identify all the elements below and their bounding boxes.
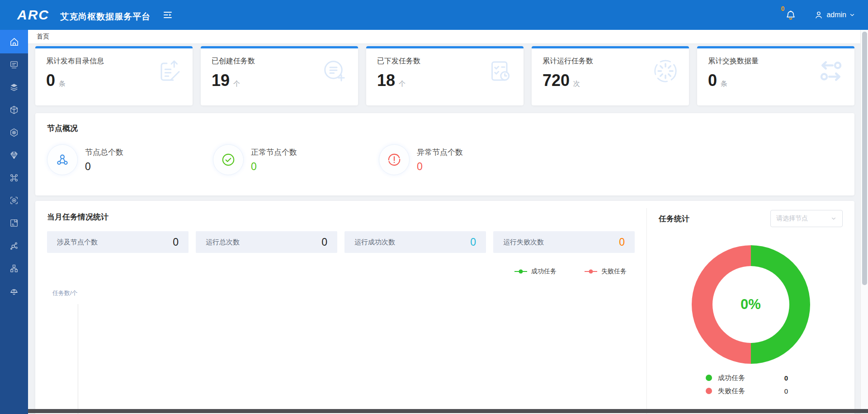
sidebar-item-assets[interactable] [0, 144, 28, 167]
monthly-stats-row: 涉及节点个数 0 运行总次数 0 运行成功次数 0 运行失败次数 0 [47, 231, 635, 253]
monthly-stat-total-runs: 运行总次数 0 [196, 231, 337, 253]
node-normal-stat: 正常节点个数 0 [213, 144, 379, 175]
task-stats-title: 任务统计 [659, 214, 689, 224]
node-overview-title: 节点概况 [47, 123, 843, 133]
node-error-stat: 异常节点个数 0 [379, 144, 545, 175]
task-running-icon [652, 57, 679, 85]
app-title: 艾克尚枢数据服务平台 [60, 12, 151, 21]
donut-legend: 成功任务 0 失败任务 0 [706, 372, 788, 397]
sidebar-item-catalog[interactable] [0, 53, 28, 76]
donut-percentage: 0% [741, 296, 761, 313]
donut-legend-failed[interactable]: 失败任务 0 [706, 385, 788, 397]
service-bell-icon [9, 286, 19, 296]
dashboard-content: 累计发布目录信息 0 条 已创建任务数 19 [28, 43, 860, 414]
node-total-icon [47, 144, 78, 175]
app-header: ARC 艾克尚枢数据服务平台 0 admin [0, 0, 868, 30]
stat-card-unit: 个 [233, 80, 240, 88]
red-dot-icon [706, 388, 712, 394]
stat-card-runs: 累计运行任务数 720 次 [532, 46, 689, 105]
notification-bell[interactable]: 0 [785, 9, 797, 21]
sidebar-item-cube[interactable] [0, 99, 28, 121]
legend-line-dot-red [585, 269, 597, 274]
header-actions: 0 admin [785, 9, 855, 21]
stat-card-value: 19 [212, 71, 230, 90]
breadcrumb: 首页 [28, 30, 860, 43]
node-select-dropdown[interactable]: 请选择节点 [770, 210, 843, 227]
stat-cards-row: 累计发布目录信息 0 条 已创建任务数 19 [35, 46, 854, 105]
data-exchange-icon [817, 57, 844, 85]
stat-card-exchange: 累计交换数据量 0 条 [697, 46, 854, 105]
home-icon [9, 37, 19, 47]
node-error-icon [379, 144, 410, 175]
legend-line-dot-green [514, 269, 527, 274]
main-area: 首页 累计发布目录信息 0 条 [28, 30, 860, 414]
sidebar-item-scheduler[interactable] [0, 167, 28, 189]
breadcrumb-home[interactable]: 首页 [37, 33, 49, 41]
task-created-icon [321, 57, 348, 85]
green-dot-icon [706, 375, 712, 381]
scrollbar-thumb[interactable] [862, 32, 867, 285]
sidebar-item-orgchart[interactable] [0, 257, 28, 280]
user-menu[interactable]: admin [814, 10, 855, 20]
notification-badge: 0 [781, 5, 784, 12]
sidebar-item-home[interactable] [0, 30, 28, 53]
donut-hole: 0% [712, 266, 789, 343]
stat-card-created: 已创建任务数 19 个 [201, 46, 358, 105]
node-stat-label: 节点总个数 [85, 147, 123, 157]
sidebar-item-topology[interactable] [0, 234, 28, 257]
sidebar [0, 30, 28, 414]
username: admin [826, 11, 846, 19]
node-stat-value: 0 [417, 161, 463, 173]
stat-card-dispatched: 已下发任务数 18 个 [366, 46, 524, 105]
user-icon [814, 10, 824, 20]
node-overview-panel: 节点概况 节点总个数 0 [35, 113, 854, 195]
y-axis-label: 任务数/个 [47, 289, 635, 297]
stat-card-unit: 条 [721, 80, 727, 88]
molecule-icon [9, 241, 19, 251]
stat-card-value: 0 [46, 71, 55, 90]
monthly-stat-nodes: 涉及节点个数 0 [47, 231, 189, 253]
chevron-down-icon [849, 12, 855, 18]
legend-success-tasks[interactable]: 成功任务 [514, 267, 557, 276]
stat-card-catalog: 累计发布目录信息 0 条 [35, 46, 193, 105]
sidebar-item-engine[interactable] [0, 121, 28, 144]
sitemap-icon [9, 263, 19, 273]
app-logo: ARC 艾克尚枢数据服务平台 [17, 8, 151, 22]
node-total-stat: 节点总个数 0 [47, 144, 213, 175]
monitor-list-icon [9, 60, 19, 70]
stat-card-unit: 个 [399, 80, 406, 88]
sidebar-item-library[interactable] [0, 212, 28, 234]
chevron-down-icon [830, 215, 837, 222]
vertical-scrollbar[interactable] [860, 30, 868, 414]
line-chart-legend: 成功任务 失败任务 [47, 267, 635, 276]
layers-icon [9, 82, 19, 92]
command-icon [9, 173, 19, 183]
node-stat-value: 0 [85, 161, 123, 173]
stat-card-value: 0 [708, 71, 717, 90]
cube-icon [9, 105, 19, 115]
bell-icon [785, 9, 797, 21]
monthly-stat-failed-runs: 运行失败次数 0 [493, 231, 635, 253]
legend-failed-tasks[interactable]: 失败任务 [585, 267, 627, 276]
menu-collapse-icon[interactable] [162, 10, 173, 20]
node-stat-label: 异常节点个数 [417, 147, 463, 157]
bottom-panel: 当月任务情况统计 涉及节点个数 0 运行总次数 0 运行成功次数 0 [35, 201, 854, 414]
task-stats-section: 任务统计 请选择节点 0% [647, 201, 854, 414]
monthly-stat-success-runs: 运行成功次数 0 [344, 231, 486, 253]
monthly-task-section: 当月任务情况统计 涉及节点个数 0 运行总次数 0 运行成功次数 0 [35, 201, 646, 414]
stat-card-value: 18 [377, 71, 395, 90]
node-stats-row: 节点总个数 0 正常节点个数 0 [47, 144, 843, 175]
sidebar-item-alerts[interactable] [0, 280, 28, 302]
node-normal-icon [213, 144, 244, 175]
gear-box-icon [9, 128, 19, 138]
donut-legend-success[interactable]: 成功任务 0 [706, 372, 788, 384]
stat-card-unit: 条 [59, 80, 66, 88]
donut-chart: 0% [692, 245, 810, 364]
target-scan-icon [9, 195, 19, 205]
stat-card-unit: 次 [573, 80, 580, 88]
archive-book-icon [9, 218, 19, 228]
monthly-title: 当月任务情况统计 [47, 212, 635, 222]
sidebar-item-layers[interactable] [0, 76, 28, 99]
sidebar-item-monitor[interactable] [0, 189, 28, 212]
node-stat-value: 0 [251, 161, 297, 173]
